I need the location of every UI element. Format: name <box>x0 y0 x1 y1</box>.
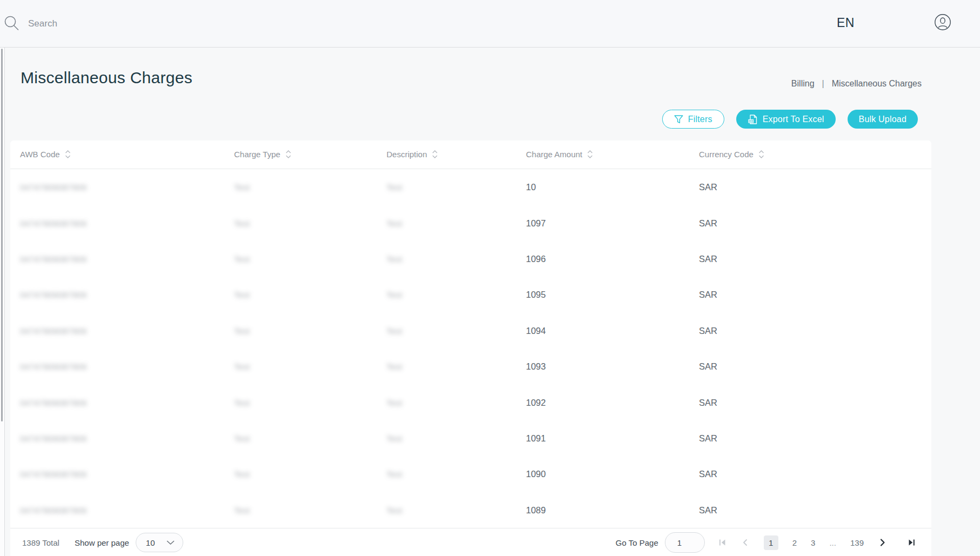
footer-left-group: 1389 Total Show per page 10 <box>22 528 183 556</box>
page-size-dropdown[interactable]: 10 <box>136 533 183 552</box>
cell-currency-code: SAR <box>699 505 717 515</box>
action-buttons: Filters Export To Excel Bulk Upload <box>662 110 918 129</box>
table-body: 04747806087906 Test Test 10 SAR 04747806… <box>10 169 931 528</box>
cell-charge-amount: 1096 <box>526 253 546 264</box>
table-row: 04747806087906 Test Test 1095 SAR <box>10 277 931 312</box>
sort-icon[interactable] <box>285 149 292 159</box>
cell-charge-type-redacted: Test <box>234 183 250 192</box>
bulk-upload-button-label: Bulk Upload <box>859 115 906 124</box>
cell-charge-amount: 1097 <box>526 218 546 228</box>
cell-awb-code-redacted: 04747806087906 <box>20 362 87 371</box>
breadcrumb-separator: | <box>822 79 824 89</box>
table-row: 04747806087906 Test Test 1092 SAR <box>10 384 931 420</box>
page-ellipsis: ... <box>829 538 836 547</box>
table-row: 04747806087906 Test Test 10 SAR <box>10 169 931 205</box>
cell-charge-amount: 1093 <box>526 361 546 372</box>
first-page-icon[interactable] <box>718 538 727 547</box>
table-row: 04747806087906 Test Test 1097 SAR <box>10 205 931 240</box>
cell-charge-type-redacted: Test <box>234 218 250 227</box>
cell-currency-code: SAR <box>699 361 717 372</box>
column-label: AWB Code <box>20 150 60 159</box>
cell-currency-code: SAR <box>699 253 717 264</box>
page-number-last[interactable]: 139 <box>850 538 864 547</box>
user-profile-icon[interactable] <box>934 14 951 31</box>
cell-description-redacted: Test <box>386 183 403 192</box>
cell-awb-code-redacted: 04747806087906 <box>20 290 87 299</box>
cell-charge-amount: 1089 <box>526 505 546 515</box>
column-label: Currency Code <box>699 150 754 159</box>
sort-icon[interactable] <box>758 149 765 159</box>
column-header-awb-code: AWB Code <box>20 149 71 159</box>
cell-description-redacted: Test <box>386 470 403 479</box>
cell-charge-type-redacted: Test <box>234 362 250 371</box>
previous-page-icon[interactable] <box>741 538 750 547</box>
cell-charge-amount: 1094 <box>526 325 546 336</box>
excel-file-icon <box>748 114 758 125</box>
cell-awb-code-redacted: 04747806087906 <box>20 505 87 514</box>
table-row: 04747806087906 Test Test 1096 SAR <box>10 241 931 277</box>
cell-charge-type-redacted: Test <box>234 433 250 443</box>
miscellaneous-charges-table: AWB Code Charge Type Description <box>10 140 931 556</box>
table-row: 04747806087906 Test Test 1091 SAR <box>10 420 931 456</box>
cell-currency-code: SAR <box>699 290 717 300</box>
show-per-page-label: Show per page <box>75 538 129 547</box>
filter-funnel-icon <box>674 115 683 124</box>
footer-right-group: Go To Page 1 2 3 ... 139 <box>616 528 916 556</box>
last-page-icon[interactable] <box>907 538 916 547</box>
column-header-description: Description <box>386 149 438 159</box>
cell-awb-code-redacted: 04747806087906 <box>20 470 87 479</box>
sort-icon[interactable] <box>431 149 438 159</box>
column-header-currency-code: Currency Code <box>699 149 765 159</box>
filters-button[interactable]: Filters <box>662 110 724 129</box>
cell-awb-code-redacted: 04747806087906 <box>20 398 87 407</box>
page-title: Miscellaneous Charges <box>21 69 192 87</box>
cell-charge-amount: 1092 <box>526 397 546 407</box>
column-label: Charge Amount <box>526 150 582 159</box>
filters-button-label: Filters <box>688 115 712 124</box>
left-scrollbar-thumb[interactable] <box>1 49 3 421</box>
cell-charge-amount: 1090 <box>526 469 546 479</box>
cell-currency-code: SAR <box>699 325 717 336</box>
table-row: 04747806087906 Test Test 1094 SAR <box>10 313 931 349</box>
cell-currency-code: SAR <box>699 218 717 228</box>
next-page-icon[interactable] <box>878 538 886 547</box>
page-number-1[interactable]: 1 <box>764 535 778 550</box>
search-input[interactable] <box>28 15 255 33</box>
cell-description-redacted: Test <box>386 254 403 263</box>
cell-awb-code-redacted: 04747806087906 <box>20 254 87 263</box>
left-scrollbar-track <box>0 48 5 556</box>
page-size-value: 10 <box>146 538 155 547</box>
cell-charge-type-redacted: Test <box>234 254 250 263</box>
cell-charge-amount: 10 <box>526 182 536 192</box>
sort-icon[interactable] <box>586 149 594 159</box>
table-row: 04747806087906 Test Test 1090 SAR <box>10 456 931 492</box>
cell-currency-code: SAR <box>699 469 717 479</box>
page-number-3[interactable]: 3 <box>811 538 815 547</box>
bulk-upload-button[interactable]: Bulk Upload <box>848 110 918 129</box>
cell-description-redacted: Test <box>386 398 403 407</box>
cell-charge-type-redacted: Test <box>234 505 250 514</box>
sort-icon[interactable] <box>64 149 71 159</box>
table-footer: 1389 Total Show per page 10 Go To Page <box>10 528 931 556</box>
cell-awb-code-redacted: 04747806087906 <box>20 433 87 443</box>
column-label: Charge Type <box>234 150 281 159</box>
cell-awb-code-redacted: 04747806087906 <box>20 183 87 192</box>
table-header-row: AWB Code Charge Type Description <box>10 140 931 169</box>
column-header-charge-type: Charge Type <box>234 149 292 159</box>
cell-description-redacted: Test <box>386 326 403 335</box>
go-to-page-input[interactable] <box>665 532 705 553</box>
export-button-label: Export To Excel <box>763 115 824 124</box>
cell-charge-type-redacted: Test <box>234 470 250 479</box>
cell-description-redacted: Test <box>386 218 403 227</box>
pagination: 1 2 3 ... 139 <box>718 535 916 550</box>
cell-charge-amount: 1095 <box>526 290 546 300</box>
column-label: Description <box>386 150 427 159</box>
cell-charge-type-redacted: Test <box>234 398 250 407</box>
cell-description-redacted: Test <box>386 433 403 443</box>
breadcrumb-billing[interactable]: Billing <box>791 79 815 89</box>
go-to-page-label: Go To Page <box>616 538 658 547</box>
total-count: 1389 Total <box>22 538 59 547</box>
export-to-excel-button[interactable]: Export To Excel <box>736 110 836 129</box>
language-selector[interactable]: EN <box>837 16 855 30</box>
page-number-2[interactable]: 2 <box>792 538 797 547</box>
